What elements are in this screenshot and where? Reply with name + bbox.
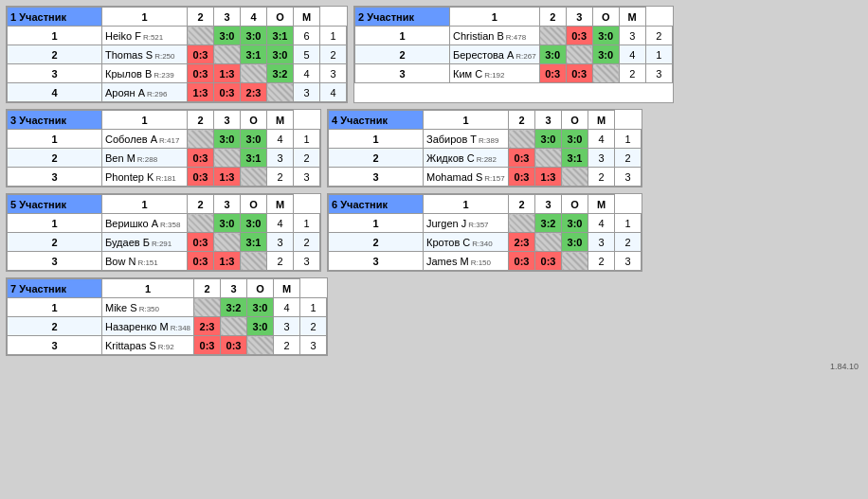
group-4: 4 Участник123ОМ1Забиров ТR:3893:03:0412Ж… bbox=[327, 109, 642, 187]
table-row: 1Веришко АR:3583:03:041 bbox=[8, 214, 320, 233]
group-2: 2 Участник123ОМ1Christian BR:4780:33:032… bbox=[353, 6, 674, 103]
table-row: 3Bow NR:1510:31:323 bbox=[8, 252, 320, 271]
table-row: 2Кротов СR:3402:33:032 bbox=[329, 233, 642, 252]
table-row: 2Назаренко МR:3482:33:032 bbox=[8, 317, 327, 336]
table-row: 1Heiko FR:5213:03:03:161 bbox=[8, 27, 347, 45]
table-row: 2Thomas SR:2500:33:13:052 bbox=[8, 45, 347, 64]
table-row: 1Christian BR:4780:33:032 bbox=[355, 27, 673, 45]
table-row: 3James MR:1500:30:323 bbox=[329, 252, 642, 271]
table-row: 1Jurgen JR:3573:23:041 bbox=[329, 214, 642, 233]
row-1: 1 Участник1234ОМ1Heiko FR:5213:03:03:161… bbox=[6, 6, 862, 103]
row-3: 5 Участник123ОМ1Веришко АR:3583:03:0412Б… bbox=[6, 193, 862, 272]
table-row: 2Будаев БR:2910:33:132 bbox=[8, 233, 320, 252]
group-1: 1 Участник1234ОМ1Heiko FR:5213:03:03:161… bbox=[6, 6, 348, 103]
table-row: 3Ким СR:1920:30:323 bbox=[355, 64, 673, 83]
row-2: 3 Участник123ОМ1Соболев АR:4173:03:0412B… bbox=[6, 109, 862, 187]
group-6: 6 Участник123ОМ1Jurgen JR:3573:23:0412Кр… bbox=[327, 193, 642, 272]
group-3: 3 Участник123ОМ1Соболев АR:4173:03:0412B… bbox=[6, 109, 321, 187]
main-container: 1 Участник1234ОМ1Heiko FR:5213:03:03:161… bbox=[6, 6, 862, 371]
table-row: 1Соболев АR:4173:03:041 bbox=[8, 130, 320, 149]
table-row: 4Ароян АR:2961:30:32:334 bbox=[8, 83, 347, 102]
version-label: 1.84.10 bbox=[6, 362, 862, 371]
table-row: 3Phontep KR:1810:31:323 bbox=[8, 168, 320, 187]
table-row: 2Ben MR:2880:33:132 bbox=[8, 149, 320, 168]
table-row: 1Mike SR:3503:23:041 bbox=[8, 298, 327, 317]
group-5: 5 Участник123ОМ1Веришко АR:3583:03:0412Б… bbox=[6, 193, 321, 272]
group-7: 7 Участник123ОМ1Mike SR:3503:23:0412Наза… bbox=[6, 277, 328, 356]
table-row: 3Krittapas SR:920:30:323 bbox=[8, 336, 327, 355]
table-row: 3Mohamad SR:1570:31:323 bbox=[329, 168, 642, 187]
table-row: 2Жидков СR:2820:33:132 bbox=[329, 149, 642, 168]
table-row: 2Берестова АR:2673:03:041 bbox=[355, 45, 673, 64]
row-4: 7 Участник123ОМ1Mike SR:3503:23:0412Наза… bbox=[6, 277, 862, 356]
table-row: 1Забиров ТR:3893:03:041 bbox=[329, 130, 642, 149]
table-row: 3Крылов ВR:2390:31:33:243 bbox=[8, 64, 347, 83]
